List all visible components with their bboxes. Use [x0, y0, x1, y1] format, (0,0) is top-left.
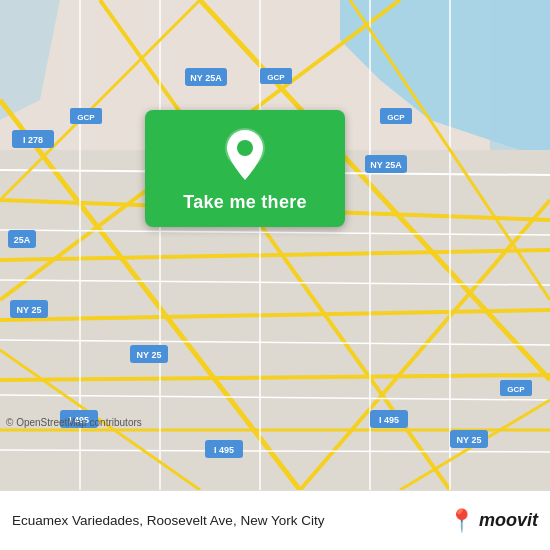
- map-view: I 278 NY 25A GCP GCP GCP NY 25A 25A NY 2…: [0, 0, 550, 490]
- svg-text:I 278: I 278: [23, 135, 43, 145]
- svg-text:NY 25A: NY 25A: [370, 160, 402, 170]
- take-me-there-label: Take me there: [183, 192, 307, 213]
- bottom-bar: Ecuamex Variedades, Roosevelt Ave, New Y…: [0, 490, 550, 550]
- moovit-brand-text: moovit: [479, 510, 538, 531]
- overlay-container: Take me there: [130, 110, 360, 227]
- svg-text:I 495: I 495: [214, 445, 234, 455]
- svg-text:NY 25A: NY 25A: [190, 73, 222, 83]
- svg-text:NY 25: NY 25: [137, 350, 162, 360]
- location-label: Ecuamex Variedades, Roosevelt Ave, New Y…: [12, 512, 438, 530]
- location-pin-icon: [223, 128, 267, 182]
- svg-text:GCP: GCP: [267, 73, 285, 82]
- svg-text:GCP: GCP: [77, 113, 95, 122]
- map-attribution: © OpenStreetMap contributors: [6, 417, 142, 428]
- svg-text:25A: 25A: [14, 235, 31, 245]
- svg-text:I 495: I 495: [379, 415, 399, 425]
- svg-point-61: [237, 140, 253, 156]
- svg-text:NY 25: NY 25: [457, 435, 482, 445]
- svg-text:NY 25: NY 25: [17, 305, 42, 315]
- moovit-pin-icon: 📍: [448, 508, 475, 534]
- svg-text:GCP: GCP: [507, 385, 525, 394]
- svg-text:GCP: GCP: [387, 113, 405, 122]
- moovit-logo: 📍 moovit: [448, 508, 538, 534]
- take-me-there-button[interactable]: Take me there: [145, 110, 345, 227]
